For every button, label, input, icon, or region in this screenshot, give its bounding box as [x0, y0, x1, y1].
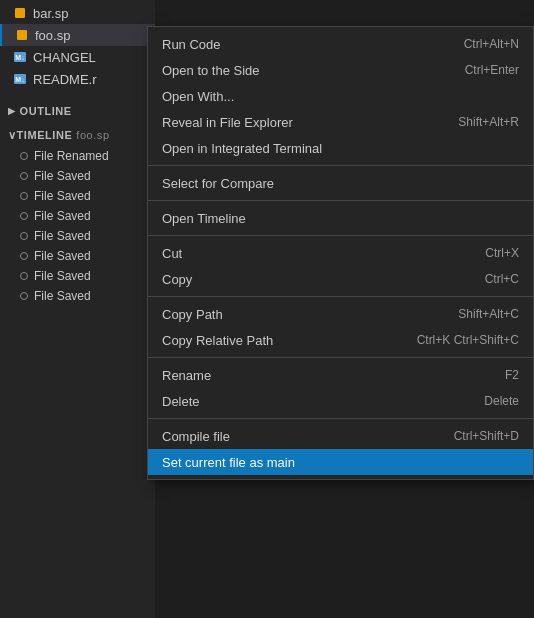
- menu-item-copy[interactable]: Copy Ctrl+C: [148, 266, 533, 292]
- timeline-chevron: ∨: [8, 129, 17, 142]
- sidebar: bar.sp foo.sp M↓ CHANGEL M↓ README.r ▶ O…: [0, 0, 155, 618]
- md-icon: M↓: [12, 51, 28, 63]
- menu-shortcut: Shift+Alt+C: [458, 307, 519, 321]
- sp-icon: [12, 7, 28, 19]
- menu-item-select-compare[interactable]: Select for Compare: [148, 170, 533, 196]
- timeline-item[interactable]: File Saved: [0, 246, 155, 266]
- timeline-file: foo.sp: [76, 129, 109, 141]
- timeline-item[interactable]: File Renamed: [0, 146, 155, 166]
- timeline-item[interactable]: File Saved: [0, 186, 155, 206]
- timeline-section-header[interactable]: ∨ TIMELINE foo.sp: [0, 124, 155, 146]
- menu-label: Open With...: [162, 89, 234, 104]
- menu-item-reveal-explorer[interactable]: Reveal in File Explorer Shift+Alt+R: [148, 109, 533, 135]
- menu-item-copy-relative-path[interactable]: Copy Relative Path Ctrl+K Ctrl+Shift+C: [148, 327, 533, 353]
- menu-separator: [148, 235, 533, 236]
- menu-shortcut: Ctrl+K Ctrl+Shift+C: [417, 333, 519, 347]
- menu-shortcut: Delete: [484, 394, 519, 408]
- menu-shortcut: F2: [505, 368, 519, 382]
- file-name: CHANGEL: [33, 50, 96, 65]
- menu-separator: [148, 165, 533, 166]
- menu-item-open-terminal[interactable]: Open in Integrated Terminal: [148, 135, 533, 161]
- menu-shortcut: Ctrl+Enter: [465, 63, 519, 77]
- menu-item-delete[interactable]: Delete Delete: [148, 388, 533, 414]
- menu-separator: [148, 357, 533, 358]
- file-item-foo-sp[interactable]: foo.sp: [0, 24, 155, 46]
- sp-icon: [14, 29, 30, 41]
- menu-label: Rename: [162, 368, 211, 383]
- outline-section-header[interactable]: ▶ OUTLINE: [0, 100, 155, 122]
- menu-label: Delete: [162, 394, 200, 409]
- menu-shortcut: Ctrl+C: [485, 272, 519, 286]
- timeline-label: TIMELINE: [17, 129, 73, 141]
- menu-item-cut[interactable]: Cut Ctrl+X: [148, 240, 533, 266]
- menu-label: Copy: [162, 272, 192, 287]
- menu-label: Select for Compare: [162, 176, 274, 191]
- file-list: bar.sp foo.sp M↓ CHANGEL M↓ README.r: [0, 0, 155, 90]
- menu-label: Set current file as main: [162, 455, 295, 470]
- menu-label: Open to the Side: [162, 63, 260, 78]
- menu-item-copy-path[interactable]: Copy Path Shift+Alt+C: [148, 301, 533, 327]
- menu-separator: [148, 296, 533, 297]
- menu-label: Copy Relative Path: [162, 333, 273, 348]
- timeline-item[interactable]: File Saved: [0, 166, 155, 186]
- file-name: bar.sp: [33, 6, 68, 21]
- menu-label: Compile file: [162, 429, 230, 444]
- menu-item-open-side[interactable]: Open to the Side Ctrl+Enter: [148, 57, 533, 83]
- outline-label: OUTLINE: [20, 105, 72, 117]
- timeline-item[interactable]: File Saved: [0, 266, 155, 286]
- menu-separator: [148, 418, 533, 419]
- menu-shortcut: Shift+Alt+R: [458, 115, 519, 129]
- file-item-readme[interactable]: M↓ README.r: [0, 68, 155, 90]
- menu-item-run-code[interactable]: Run Code Ctrl+Alt+N: [148, 31, 533, 57]
- menu-label: Run Code: [162, 37, 221, 52]
- menu-separator: [148, 200, 533, 201]
- menu-shortcut: Ctrl+Alt+N: [464, 37, 519, 51]
- menu-item-compile[interactable]: Compile file Ctrl+Shift+D: [148, 423, 533, 449]
- timeline-item[interactable]: File Saved: [0, 206, 155, 226]
- menu-label: Open in Integrated Terminal: [162, 141, 322, 156]
- menu-label: Open Timeline: [162, 211, 246, 226]
- menu-label: Reveal in File Explorer: [162, 115, 293, 130]
- menu-shortcut: Ctrl+X: [485, 246, 519, 260]
- menu-label: Copy Path: [162, 307, 223, 322]
- md-icon: M↓: [12, 73, 28, 85]
- timeline-entry: File Saved: [34, 289, 91, 303]
- timeline-entry: File Saved: [34, 249, 91, 263]
- timeline-entry: File Saved: [34, 229, 91, 243]
- timeline-entry: File Saved: [34, 189, 91, 203]
- context-menu: Run Code Ctrl+Alt+N Open to the Side Ctr…: [147, 26, 534, 480]
- timeline-entry: File Saved: [34, 209, 91, 223]
- file-name: foo.sp: [35, 28, 70, 43]
- menu-item-rename[interactable]: Rename F2: [148, 362, 533, 388]
- timeline-entry: File Renamed: [34, 149, 109, 163]
- timeline-item[interactable]: File Saved: [0, 286, 155, 306]
- file-name: README.r: [33, 72, 97, 87]
- timeline-entry: File Saved: [34, 269, 91, 283]
- file-item-changel[interactable]: M↓ CHANGEL: [0, 46, 155, 68]
- menu-label: Cut: [162, 246, 182, 261]
- timeline-entry: File Saved: [34, 169, 91, 183]
- menu-shortcut: Ctrl+Shift+D: [454, 429, 519, 443]
- menu-item-open-with[interactable]: Open With...: [148, 83, 533, 109]
- menu-item-open-timeline[interactable]: Open Timeline: [148, 205, 533, 231]
- menu-item-set-main[interactable]: Set current file as main: [148, 449, 533, 475]
- file-item-bar-sp[interactable]: bar.sp: [0, 2, 155, 24]
- timeline-item[interactable]: File Saved: [0, 226, 155, 246]
- outline-chevron: ▶: [8, 106, 16, 116]
